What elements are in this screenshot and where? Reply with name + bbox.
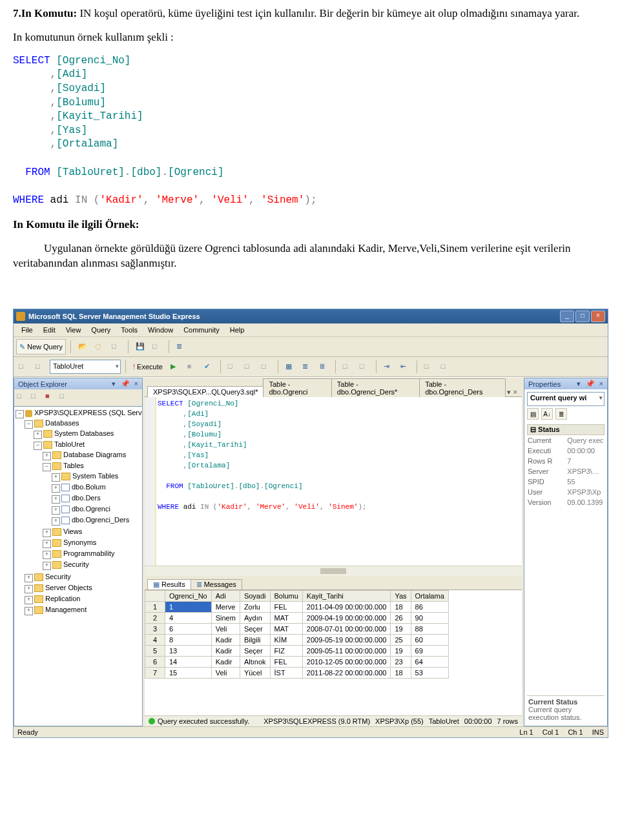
col-header[interactable]: Ogrenci_No <box>165 590 212 601</box>
tree-server-objects[interactable]: Server Objects <box>45 584 92 591</box>
tree-table-ders[interactable]: dbo.Ders <box>72 494 101 502</box>
tree-table-ogrenci[interactable]: dbo.Ogrenci <box>72 505 110 513</box>
tool-link2-icon[interactable] <box>33 360 47 374</box>
col-header[interactable] <box>145 590 165 601</box>
tree-db-diagrams[interactable]: Database Diagrams <box>63 451 126 458</box>
tool-opt-5[interactable] <box>357 360 371 374</box>
open-button[interactable] <box>76 340 90 354</box>
database-combo[interactable]: TabloUret <box>50 360 121 374</box>
close-button[interactable]: × <box>591 311 605 322</box>
tree-toggle[interactable]: + <box>34 431 42 439</box>
tool-opt-7[interactable] <box>439 360 453 374</box>
tree-table-bolum[interactable]: dbo.Bolum <box>72 483 106 491</box>
objexp-refresh-icon[interactable] <box>59 392 71 404</box>
tree-replication[interactable]: Replication <box>45 595 80 602</box>
table-row[interactable]: 24SinemAydınMAT2009-04-19 00:00:00.00026… <box>145 612 449 623</box>
tool-opt-2[interactable] <box>242 360 256 374</box>
tab-ogrenci-ders-dirty[interactable]: Table - dbo.Ogrenci_Ders* <box>331 378 420 397</box>
tree-system-tables[interactable]: System Tables <box>72 472 118 480</box>
tool-opt-6[interactable] <box>422 360 436 374</box>
col-header[interactable]: Yas <box>391 590 411 601</box>
messages-tab[interactable]: Messages <box>191 579 242 589</box>
tree-tables[interactable]: Tables <box>63 462 84 469</box>
tab-ogrenci[interactable]: Table - dbo.Ogrenci <box>263 378 331 397</box>
panel-dropdown-icon[interactable]: ▾ <box>577 380 581 387</box>
tree-databases[interactable]: Databases <box>45 419 79 427</box>
table-row[interactable]: 48KadirBilgiliKİM2009-05-19 00:00:00.000… <box>145 634 449 645</box>
tab-ogrenci-ders[interactable]: Table - dbo.Ogrenci_Ders <box>419 378 505 397</box>
prop-sort-alpha-icon[interactable]: A↓ <box>541 408 553 420</box>
tree-management[interactable]: Management <box>45 606 87 613</box>
tool-link-icon[interactable] <box>16 360 30 374</box>
tree-programmability[interactable]: Programmability <box>63 549 114 557</box>
minimize-button[interactable]: _ <box>560 311 574 322</box>
menu-query[interactable]: Query <box>87 325 114 335</box>
tree-security[interactable]: Security <box>45 573 71 580</box>
tool-misc-1[interactable] <box>109 340 123 354</box>
run-button[interactable] <box>168 360 182 374</box>
table-row[interactable]: 36VeliSeçerMAT2008-07-01 00:00:00.000198… <box>145 623 449 634</box>
menu-tools[interactable]: Tools <box>117 325 141 335</box>
parse-button[interactable] <box>202 360 216 374</box>
tool-list-icon[interactable] <box>174 340 188 354</box>
menu-file[interactable]: File <box>17 325 37 335</box>
results-to-file[interactable] <box>316 360 331 374</box>
results-tab[interactable]: Results <box>147 579 191 589</box>
tree-db-tablouret[interactable]: TabloUret <box>54 440 85 448</box>
tree-sysdb[interactable]: System Databases <box>54 429 114 437</box>
results-to-text[interactable] <box>300 360 314 374</box>
col-header[interactable]: Ortalama <box>411 590 448 601</box>
col-header[interactable]: Bolumu <box>270 590 302 601</box>
table-row[interactable]: 614KadirAltınokFEL2010-12-05 00:00:00.00… <box>145 656 449 667</box>
menu-view[interactable]: View <box>62 325 85 335</box>
table-row[interactable]: 11MerveZorluFEL2011-04-09 00:00:00.00018… <box>145 601 449 612</box>
editor-h-scrollbar[interactable] <box>145 566 522 576</box>
maximize-button[interactable]: □ <box>575 311 590 322</box>
tool-opt-3[interactable] <box>259 360 273 374</box>
panel-close-icon[interactable]: × <box>599 380 603 387</box>
outdent-button[interactable] <box>398 360 412 374</box>
tree-toggle[interactable]: − <box>34 442 42 450</box>
indent-button[interactable] <box>381 360 395 374</box>
tab-query[interactable]: XPSP3\SQLEXP...QLQuery3.sql* <box>147 386 264 397</box>
tree-toggle[interactable]: − <box>16 410 24 418</box>
tool-opt-1[interactable] <box>225 360 240 374</box>
prop-pages-icon[interactable]: ≣ <box>555 408 567 420</box>
col-header[interactable]: Kayit_Tarihi <box>302 590 391 601</box>
tool-db-icon[interactable] <box>92 340 107 354</box>
table-row[interactable]: 513KadirSeçerFIZ2009-05-11 00:00:00.0001… <box>145 645 449 656</box>
tab-overflow-icon[interactable]: ▾ <box>507 388 511 396</box>
panel-pin-icon[interactable]: 📌 <box>586 380 595 387</box>
objexp-disconnect-icon[interactable] <box>31 392 43 404</box>
sql-editor[interactable]: SELECT [Ogrenci_No] ,[Adi] ,[Soyadi] ,[B… <box>145 397 522 578</box>
tree-toggle[interactable]: + <box>43 452 51 460</box>
tool-opt-4[interactable] <box>340 360 355 374</box>
results-grid[interactable]: Ogrenci_NoAdiSoyadiBolumuKayit_TarihiYas… <box>145 590 522 715</box>
tree-db-security[interactable]: Security <box>63 560 89 568</box>
results-to-grid[interactable] <box>283 360 297 374</box>
menu-edit[interactable]: Edit <box>39 325 59 335</box>
save-button[interactable] <box>133 340 147 354</box>
col-header[interactable]: Adi <box>211 590 240 601</box>
properties-selector[interactable]: Current query wi <box>527 392 604 406</box>
col-header[interactable]: Soyadi <box>240 590 270 601</box>
tree-table-ogrenci-ders[interactable]: dbo.Ogrenci_Ders <box>72 516 129 524</box>
tab-close-icon[interactable]: × <box>513 388 517 396</box>
stop-button[interactable] <box>185 360 199 374</box>
panel-close-icon[interactable]: × <box>134 380 138 387</box>
new-query-button[interactable]: New Query <box>16 339 66 354</box>
execute-button[interactable]: ! Execute <box>130 360 165 374</box>
objexp-connect-icon[interactable] <box>17 392 28 404</box>
prop-sort-cat-icon[interactable]: ▤ <box>527 408 539 420</box>
menu-community[interactable]: Community <box>180 325 223 335</box>
tool-misc-2[interactable] <box>150 340 164 354</box>
panel-pin-icon[interactable]: 📌 <box>121 380 130 387</box>
tree-toggle[interactable]: − <box>25 420 33 429</box>
menu-window[interactable]: Window <box>144 325 177 335</box>
tree-synonyms[interactable]: Synonyms <box>63 538 96 546</box>
menu-help[interactable]: Help <box>226 325 249 335</box>
table-row[interactable]: 715VeliYücelİST2011-08-22 00:00:00.00018… <box>145 667 449 678</box>
panel-dropdown-icon[interactable]: ▾ <box>112 380 116 387</box>
tree-toggle[interactable]: − <box>43 463 51 471</box>
objexp-stop-icon[interactable] <box>45 392 57 404</box>
